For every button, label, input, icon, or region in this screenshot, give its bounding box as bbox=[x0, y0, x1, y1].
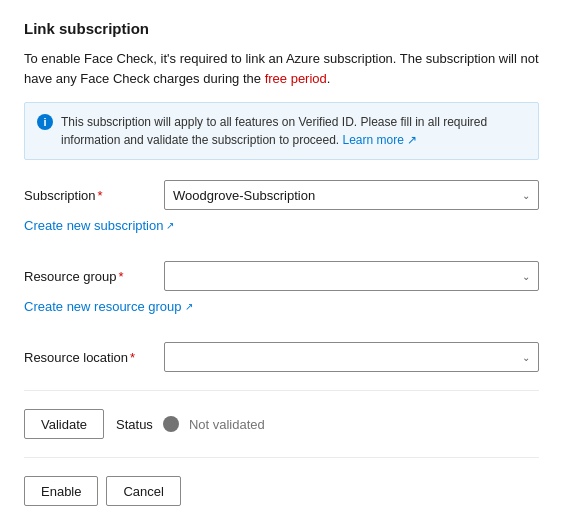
subscription-row: Subscription* Woodgrove-Subscription ⌄ bbox=[24, 180, 539, 210]
validate-button[interactable]: Validate bbox=[24, 409, 104, 439]
create-subscription-link[interactable]: Create new subscription ↗ bbox=[24, 218, 174, 233]
enable-button[interactable]: Enable bbox=[24, 476, 98, 506]
create-subscription-label: Create new subscription bbox=[24, 218, 163, 233]
resource-group-row: Resource group* ⌄ bbox=[24, 261, 539, 291]
status-text: Not validated bbox=[189, 417, 265, 432]
divider-2 bbox=[24, 457, 539, 458]
resource-location-label: Resource location* bbox=[24, 350, 164, 365]
info-text: This subscription will apply to all feat… bbox=[61, 113, 526, 149]
divider-1 bbox=[24, 390, 539, 391]
subscription-chevron-icon: ⌄ bbox=[522, 190, 530, 201]
resource-group-label: Resource group* bbox=[24, 269, 164, 284]
description-highlight: free period bbox=[265, 71, 327, 86]
create-resource-group-label: Create new resource group bbox=[24, 299, 182, 314]
subscription-label-text: Subscription bbox=[24, 188, 96, 203]
resource-group-section: Resource group* ⌄ Create new resource gr… bbox=[24, 261, 539, 328]
external-link-icon: ↗ bbox=[166, 220, 174, 231]
learn-more-link[interactable]: Learn more ↗ bbox=[343, 133, 418, 147]
status-label: Status bbox=[116, 417, 153, 432]
resource-location-row: Resource location* ⌄ bbox=[24, 342, 539, 372]
page-title: Link subscription bbox=[24, 20, 539, 37]
subscription-required: * bbox=[98, 188, 103, 203]
resource-location-chevron-icon: ⌄ bbox=[522, 352, 530, 363]
validate-row: Validate Status Not validated bbox=[24, 409, 539, 439]
resource-location-dropdown[interactable]: ⌄ bbox=[164, 342, 539, 372]
resource-group-chevron-icon: ⌄ bbox=[522, 271, 530, 282]
resource-group-dropdown[interactable]: ⌄ bbox=[164, 261, 539, 291]
cancel-button[interactable]: Cancel bbox=[106, 476, 180, 506]
page-description: To enable Face Check, it's required to l… bbox=[24, 49, 539, 88]
description-end: . bbox=[327, 71, 331, 86]
action-row: Enable Cancel bbox=[24, 476, 539, 506]
create-resource-group-link[interactable]: Create new resource group ↗ bbox=[24, 299, 193, 314]
subscription-section: Subscription* Woodgrove-Subscription ⌄ C… bbox=[24, 180, 539, 247]
resource-location-label-text: Resource location bbox=[24, 350, 128, 365]
resource-location-required: * bbox=[130, 350, 135, 365]
status-circle-icon bbox=[163, 416, 179, 432]
resource-location-section: Resource location* ⌄ bbox=[24, 342, 539, 372]
info-icon: i bbox=[37, 114, 53, 130]
learn-more-label: Learn more bbox=[343, 133, 404, 147]
external-link-icon-2: ↗ bbox=[185, 301, 193, 312]
info-message: This subscription will apply to all feat… bbox=[61, 115, 487, 147]
info-banner: i This subscription will apply to all fe… bbox=[24, 102, 539, 160]
subscription-dropdown[interactable]: Woodgrove-Subscription ⌄ bbox=[164, 180, 539, 210]
resource-group-required: * bbox=[119, 269, 124, 284]
subscription-value: Woodgrove-Subscription bbox=[173, 188, 315, 203]
subscription-label: Subscription* bbox=[24, 188, 164, 203]
resource-group-label-text: Resource group bbox=[24, 269, 117, 284]
